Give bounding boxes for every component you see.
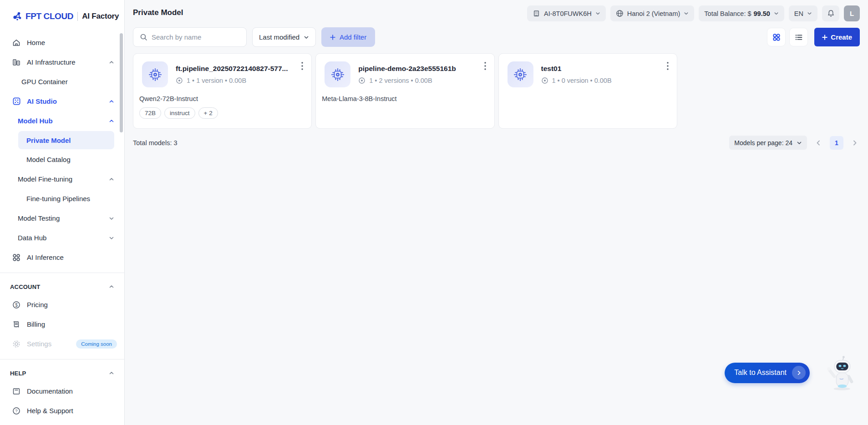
sort-value: Last modified [259,33,299,41]
account-section-header[interactable]: ACCOUNT [0,278,124,295]
sidebar-item-label: Home [27,39,45,46]
sidebar-item-ai-infrastructure[interactable]: AI Infrastructure [0,52,124,72]
notifications-button[interactable] [822,5,839,21]
sidebar-item-fine-tuning-pipelines[interactable]: Fine-tuning Pipelines [0,189,124,208]
page-number[interactable]: 1 [830,136,843,150]
region-name: Hanoi 2 (Vietnam) [627,10,680,17]
sidebar-item-private-model[interactable]: Private Model [18,131,114,149]
sidebar-item-label: Documentation [27,387,73,395]
pricing-icon: $ [12,300,21,309]
sidebar-item-help-support[interactable]: ? Help & Support [0,401,124,420]
building-icon [533,10,540,17]
kebab-menu-icon[interactable] [299,61,305,71]
plus-icon [822,35,827,40]
sidebar-nav: Home AI Infrastructure GPU Container AI … [0,33,124,267]
sort-dropdown[interactable]: Last modified [252,27,316,47]
documentation-icon [12,387,21,396]
model-tag: 72B [139,107,161,119]
chevron-down-icon [595,11,600,16]
talk-to-assistant-button[interactable]: Talk to Assistant [725,363,810,383]
model-stats: 1 • 1 version • 0.00B [187,77,246,84]
assistant-widget: Talk to Assistant [725,353,856,392]
model-chip-icon [508,61,533,87]
total-models-label: Total models: 3 [133,139,178,147]
fpt-molecule-logo-icon [12,11,23,22]
model-name: pipeline-demo-2a23e555161b [358,65,488,73]
ai-studio-icon [12,97,21,106]
sidebar-item-label: GPU Container [21,78,68,86]
chevron-down-icon [304,35,309,40]
sidebar-item-label: AI Inference [27,253,64,261]
views-icon [358,77,365,84]
base-model-name: Qwen2-72B-Instruct [139,95,306,102]
chevron-up-icon [109,99,114,104]
create-button[interactable]: Create [814,28,860,46]
chevron-up-icon [109,284,114,289]
sidebar-item-label: AI Infrastructure [27,58,76,66]
gear-icon [12,339,21,349]
sidebar-item-ai-studio[interactable]: AI Studio [0,91,124,111]
region-selector[interactable]: Hanoi 2 (Vietnam) [610,5,695,21]
sidebar-item-gpu-container[interactable]: GPU Container [0,72,124,91]
sidebar-item-model-hub[interactable]: Model Hub [0,111,124,131]
list-view-toggle[interactable] [789,28,808,46]
kebab-menu-icon[interactable] [482,61,488,71]
svg-text:$: $ [15,302,18,307]
sidebar-item-model-catalog[interactable]: Model Catalog [0,150,124,169]
balance-amount: 99.50 [754,10,770,17]
sidebar-item-label: AI Studio [27,97,57,105]
model-tag: + 2 [198,107,218,119]
model-card[interactable]: test01 1 • 0 version • 0.00B [498,53,677,129]
model-card[interactable]: ft.pipeline_20250722140827-577... 1 • 1 … [133,53,312,129]
add-filter-label: Add filter [340,33,366,41]
assistant-robot-mascot[interactable] [826,353,856,392]
model-card-grid: ft.pipeline_20250722140827-577... 1 • 1 … [133,53,860,129]
brand-name: FPT CLOUD [25,11,73,21]
assistant-label: Talk to Assistant [734,369,787,377]
grid-view-toggle[interactable] [767,28,786,46]
per-page-dropdown[interactable]: Models per page: 24 [729,136,807,150]
sidebar-item-documentation[interactable]: Documentation [0,381,124,401]
sidebar-item-home[interactable]: Home [0,33,124,52]
balance-selector[interactable]: Total Balance: $ 99.50 [699,5,784,21]
sidebar-item-settings: Settings Coming soon [0,334,124,354]
chevron-down-icon [109,216,114,221]
sidebar: FPT CLOUD AI Factory Home AI Infrastruct… [0,0,125,425]
help-section-header[interactable]: HELP [0,365,124,381]
sidebar-item-data-hub[interactable]: Data Hub [0,228,124,248]
language-code: EN [794,10,803,17]
sidebar-item-label: Pricing [27,301,48,309]
balance-label: Total Balance: $ [704,10,751,17]
avatar-initial: L [850,10,854,17]
controls-row: Last modified Add filter Create [133,27,860,47]
sidebar-item-model-testing[interactable]: Model Testing [0,208,124,228]
sidebar-item-billing[interactable]: Billing [0,314,124,334]
brand-logo[interactable]: FPT CLOUD AI Factory [0,9,124,24]
kebab-menu-icon[interactable] [665,61,670,71]
add-filter-button[interactable]: Add filter [321,27,375,47]
product-name: AI Factory [82,12,119,21]
topbar-chips: AI-8T0FUWK6H Hanoi 2 (Vietnam) Total Bal… [527,5,860,21]
user-avatar[interactable]: L [844,5,860,21]
sidebar-item-label: Help & Support [27,407,73,415]
sidebar-item-label: Model Catalog [26,156,71,163]
arrow-right-icon [792,366,806,379]
workspace-selector[interactable]: AI-8T0FUWK6H [527,5,606,21]
sidebar-item-ai-inference[interactable]: AI Inference [0,248,124,267]
next-page-button[interactable] [850,138,860,148]
pagination: Models per page: 24 1 [729,136,860,150]
previous-page-button[interactable] [813,138,823,148]
chevron-up-icon [109,118,114,124]
search-input[interactable] [152,33,242,41]
list-view-icon [794,33,803,42]
search-box[interactable] [133,27,247,47]
sidebar-item-label: Fine-tuning Pipelines [26,195,90,202]
model-card[interactable]: pipeline-demo-2a23e555161b 1 • 2 version… [315,53,494,129]
top-bar: Private Model AI-8T0FUWK6H Hanoi 2 (Viet… [133,5,860,21]
chevron-down-icon [774,11,779,16]
section-header-label: HELP [10,370,26,377]
sidebar-item-model-fine-tuning[interactable]: Model Fine-tuning [0,169,124,189]
language-selector[interactable]: EN [789,5,817,21]
sidebar-item-pricing[interactable]: $ Pricing [0,295,124,314]
sidebar-scrollbar[interactable] [120,33,123,132]
